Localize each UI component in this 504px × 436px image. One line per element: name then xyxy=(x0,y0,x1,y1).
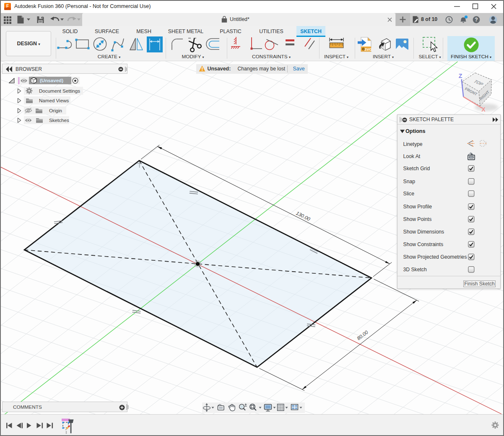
svg-text:F: F xyxy=(6,4,9,8)
svg-text:X: X xyxy=(481,106,486,113)
svg-text:?: ? xyxy=(475,17,478,23)
svg-text:SVG: SVG xyxy=(364,47,372,52)
svg-text:Z: Z xyxy=(459,73,462,79)
